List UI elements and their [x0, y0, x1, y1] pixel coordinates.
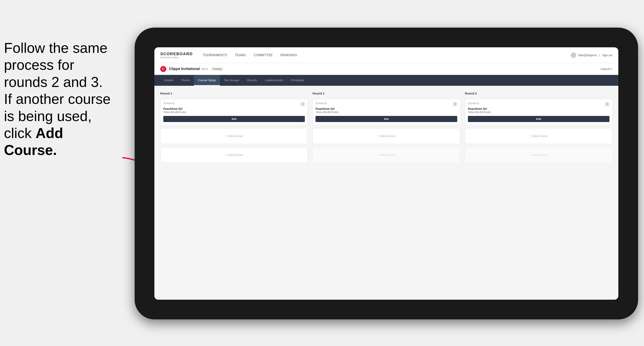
annotation-line6-pre: click: [4, 125, 36, 141]
round-3-column: Round 3 (Course A) ⊟ Peachtree GC Yellow…: [465, 92, 612, 163]
round-2-add-course-1[interactable]: + Add Course: [312, 128, 460, 144]
sign-out-link[interactable]: Sign out: [602, 54, 612, 57]
tab-tee-groups[interactable]: Tee Groups: [220, 75, 243, 86]
annotation-block: Follow the same process for rounds 2 and…: [4, 39, 118, 159]
round-3-delete-button[interactable]: ⊟: [605, 102, 610, 106]
tab-course-setup[interactable]: Course Setup: [194, 75, 220, 86]
plus-icon-2: +: [225, 153, 227, 157]
tabs-bar: Details Teams Course Setup Tee Groups Re…: [154, 75, 618, 86]
cancel-label: Cancel: [600, 67, 610, 71]
round-2-course-label: (Course A): [316, 102, 327, 105]
round-3-card-header: (Course A) ⊟: [468, 102, 610, 106]
tablet-device: SCOREBOARD Powered by clippd TOURNAMENTS…: [135, 28, 638, 319]
annotation-line5: is being used,: [4, 108, 92, 124]
hosting-badge: Hosting: [211, 67, 224, 71]
tab-details[interactable]: Details: [160, 75, 177, 86]
tab-leaderboards[interactable]: Leaderboards: [261, 75, 287, 86]
delete-icon: ⊟: [302, 103, 304, 106]
tab-teams[interactable]: Teams: [177, 75, 194, 86]
round-1-edit-button[interactable]: Edit: [163, 116, 305, 122]
rounds-grid: Round 1 (Course A) ⊟ Peachtree GC Yellow…: [160, 92, 612, 163]
round-1-course-details: Yellow (M) (6629 yds): [163, 111, 305, 114]
tournament-bar: C Clippd Invitational (Men) Hosting Canc…: [154, 63, 618, 75]
nav-tournaments[interactable]: TOURNAMENTS: [202, 53, 227, 57]
plus-icon-r3-1: +: [530, 134, 532, 138]
tournament-logo: C: [160, 66, 166, 72]
round-2-column: Round 2 (Course A) ⊟ Peachtree GC Yellow…: [312, 92, 460, 163]
round-3-course-label: (Course A): [468, 102, 479, 105]
round-3-course-card: (Course A) ⊟ Peachtree GC Yellow (M) (66…: [465, 99, 612, 125]
tab-printables[interactable]: Printables: [287, 75, 308, 86]
annotation-line1: Follow the same: [4, 40, 108, 56]
round-1-course-name: Peachtree GC: [163, 107, 305, 110]
logo-area: SCOREBOARD Powered by clippd: [160, 52, 193, 59]
delete-icon-r3: ⊟: [606, 103, 608, 106]
round-1-course-label: (Course A): [163, 102, 174, 105]
main-content: Round 1 (Course A) ⊟ Peachtree GC Yellow…: [154, 86, 618, 300]
round-2-course-details: Yellow (M) (6629 yds): [316, 111, 457, 114]
round-2-course-name: Peachtree GC: [316, 107, 457, 110]
round-2-edit-button[interactable]: Edit: [316, 116, 457, 122]
top-nav: SCOREBOARD Powered by clippd TOURNAMENTS…: [154, 47, 618, 63]
user-avatar: [571, 52, 576, 58]
logo-title: SCOREBOARD: [160, 52, 193, 56]
plus-icon-1: +: [225, 134, 227, 138]
round-3-course-details: Yellow (M) (6629 yds): [468, 111, 610, 114]
round-3-add-course-2: + Add Course: [465, 147, 612, 163]
round-3-course-name: Peachtree GC: [468, 107, 610, 110]
round-2-card-header: (Course A) ⊟: [316, 102, 457, 106]
delete-icon-r2: ⊟: [454, 103, 456, 106]
add-course-label-r3-2: Add Course: [533, 153, 548, 157]
add-course-label-r2-2: Add Course: [381, 153, 395, 157]
top-nav-right: blair@clippd.io | Sign out: [571, 52, 612, 58]
round-1-add-course-1[interactable]: + Add Course: [160, 128, 308, 144]
round-2-add-course-2: + Add Course: [312, 147, 460, 163]
round-2-header: Round 2: [312, 92, 460, 95]
round-1-course-card: (Course A) ⊟ Peachtree GC Yellow (M) (66…: [160, 99, 308, 125]
annotation-line3: rounds 2 and 3.: [4, 74, 103, 90]
nav-teams[interactable]: TEAMS: [235, 53, 246, 57]
nav-links: TOURNAMENTS TEAMS COMMITTEE RANKINGS: [202, 53, 570, 57]
round-3-edit-button[interactable]: Edit: [468, 116, 610, 122]
cancel-icon: ×: [611, 67, 612, 71]
round-1-delete-button[interactable]: ⊟: [300, 102, 305, 106]
tablet-screen: SCOREBOARD Powered by clippd TOURNAMENTS…: [154, 47, 618, 300]
plus-icon-r2-2: +: [378, 153, 379, 157]
round-3-add-course-1[interactable]: + Add Course: [465, 128, 612, 144]
round-2-course-card: (Course A) ⊟ Peachtree GC Yellow (M) (66…: [312, 99, 460, 125]
tournament-tag: (Men): [201, 67, 208, 70]
tournament-name: Clippd Invitational: [169, 67, 200, 71]
plus-icon-r3-2: +: [530, 153, 532, 157]
round-1-add-course-2[interactable]: + Add Course: [160, 147, 308, 163]
logo-subtitle: Powered by clippd: [160, 56, 193, 59]
cancel-button[interactable]: Cancel ×: [600, 67, 612, 71]
add-course-label-1: Add Course: [228, 135, 243, 138]
round-1-header: Round 1: [160, 92, 308, 95]
add-course-label-r2-1: Add Course: [381, 135, 395, 138]
nav-rankings[interactable]: RANKINGS: [280, 53, 297, 57]
nav-divider: |: [599, 54, 600, 57]
annotation-line2: process for: [4, 57, 74, 73]
add-course-label-2: Add Course: [228, 153, 243, 157]
user-email: blair@clippd.io: [579, 54, 597, 57]
round-2-delete-button[interactable]: ⊟: [453, 102, 457, 106]
add-course-label-r3-1: Add Course: [533, 135, 548, 138]
nav-committee[interactable]: COMMITTEE: [254, 53, 273, 57]
plus-icon-r2-1: +: [378, 134, 379, 138]
round-3-header: Round 3: [465, 92, 612, 95]
tab-results[interactable]: Results: [243, 75, 261, 86]
round-1-card-header: (Course A) ⊟: [163, 102, 305, 106]
round-1-column: Round 1 (Course A) ⊟ Peachtree GC Yellow…: [160, 92, 308, 163]
annotation-line4: If another course: [4, 91, 110, 107]
